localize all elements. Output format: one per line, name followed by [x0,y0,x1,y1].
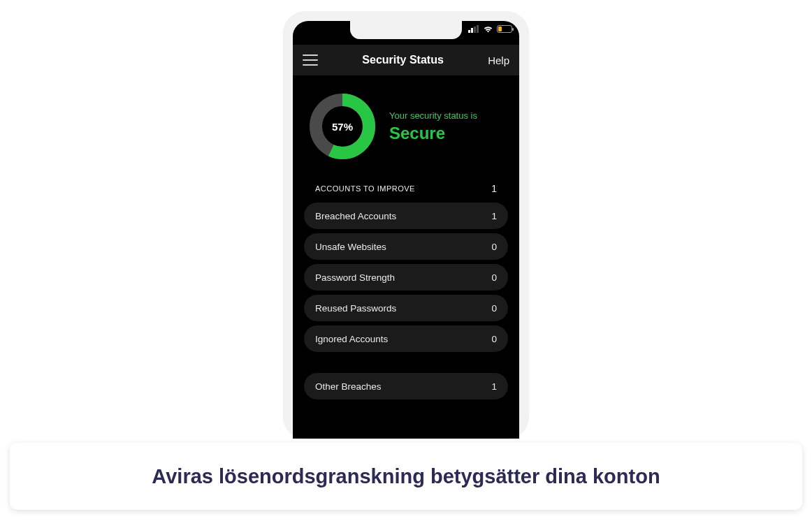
list-item-label: Password Strength [315,272,395,283]
phone-frame: Security Status Help 57% Your security s… [283,11,529,439]
section-heading: ACCOUNTS TO IMPROVE 1 [304,176,508,203]
list-item-count: 0 [491,303,497,314]
page-title: Security Status [362,54,443,66]
cellular-icon [468,25,479,33]
status-value: Secure [389,124,477,143]
svg-rect-2 [474,27,476,33]
progress-donut: 57% [308,92,377,161]
list-item-label: Other Breaches [315,381,382,392]
list-item-unsafe-websites[interactable]: Unsafe Websites 0 [304,233,508,260]
list-item-ignored-accounts[interactable]: Ignored Accounts 0 [304,325,508,352]
phone-notch [350,21,462,39]
list-item-password-strength[interactable]: Password Strength 0 [304,264,508,291]
list-item-count: 0 [491,242,497,252]
security-status-summary: 57% Your security status is Secure [304,89,508,176]
menu-icon[interactable] [303,54,318,66]
list-item-label: Unsafe Websites [315,242,386,252]
list-item-other-breaches[interactable]: Other Breaches 1 [304,373,508,399]
status-label: Your security status is [389,110,477,121]
svg-rect-0 [468,30,470,33]
caption-card: Aviras lösenordsgranskning betygsätter d… [10,443,802,510]
section-heading-label: ACCOUNTS TO IMPROVE [315,184,415,193]
content-area: 57% Your security status is Secure ACCOU… [293,75,519,439]
svg-rect-3 [477,25,479,33]
svg-rect-1 [471,28,473,33]
list-item-label: Reused Passwords [315,303,396,314]
list-item-count: 1 [491,211,497,221]
list-item-breached-accounts[interactable]: Breached Accounts 1 [304,203,508,229]
battery-icon [497,25,512,33]
wifi-icon [483,25,493,33]
list-item-reused-passwords[interactable]: Reused Passwords 0 [304,295,508,321]
status-bar-right [468,25,512,33]
app-header: Security Status Help [293,45,519,75]
list-item-count: 1 [491,381,497,392]
accounts-list: Breached Accounts 1 Unsafe Websites 0 Pa… [304,203,508,399]
help-button[interactable]: Help [488,54,509,66]
list-item-label: Ignored Accounts [315,334,388,344]
list-item-label: Breached Accounts [315,211,396,221]
phone-screen: Security Status Help 57% Your security s… [293,21,519,439]
section-heading-count: 1 [491,183,497,194]
caption-text: Aviras lösenordsgranskning betygsätter d… [152,464,660,489]
status-time-redacted [300,24,328,36]
list-item-count: 0 [491,272,497,283]
list-item-count: 0 [491,334,497,344]
progress-percent: 57% [308,92,377,161]
